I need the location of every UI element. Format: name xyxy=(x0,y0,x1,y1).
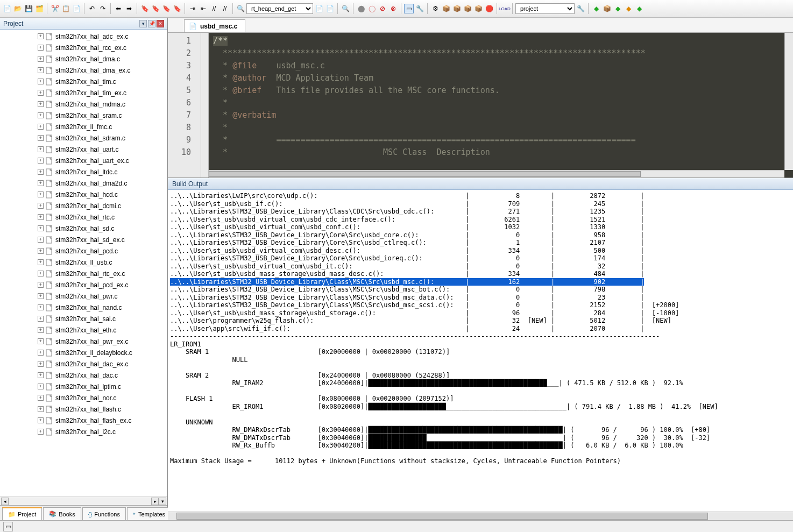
manage-rte-icon[interactable]: ◆ xyxy=(591,4,601,13)
tree-file-item[interactable]: +stm32h7xx_hal_rtc_ex.c xyxy=(0,268,167,279)
bookmark-next-icon[interactable]: 🔖 xyxy=(161,4,171,13)
save-all-icon[interactable]: 🗂️ xyxy=(34,4,44,13)
tree-file-item[interactable]: +stm32h7xx_hal_uart.c xyxy=(0,144,167,155)
breakpoint-kill-icon[interactable]: ⊗ xyxy=(388,4,398,13)
batch-build-icon[interactable]: 📦 xyxy=(463,4,472,13)
expand-icon[interactable]: + xyxy=(38,350,44,356)
tree-file-item[interactable]: +stm32h7xx_hal_adc_ex.c xyxy=(0,31,167,42)
expand-icon[interactable]: + xyxy=(38,327,44,333)
tree-file-item[interactable]: +stm32h7xx_hal_hcd.c xyxy=(0,189,167,200)
tree-file-item[interactable]: +stm32h7xx_hal_tim.c xyxy=(0,76,167,87)
window-icon[interactable]: ▭ xyxy=(404,4,414,13)
close-pane-icon[interactable]: ✕ xyxy=(157,20,164,27)
tree-file-item[interactable]: +stm32h7xx_hal_sai.c xyxy=(0,313,167,324)
tab-books[interactable]: 📚Books xyxy=(43,507,81,520)
expand-icon[interactable]: + xyxy=(38,338,44,344)
tree-hscroll[interactable]: ◂ ▸ ▾ xyxy=(0,496,167,505)
link2-icon[interactable]: ◆ xyxy=(624,4,633,13)
nav-forward-icon[interactable]: ➡ xyxy=(124,4,134,13)
expand-icon[interactable]: + xyxy=(38,417,44,423)
expand-icon[interactable]: + xyxy=(38,282,44,288)
editor-hscrollbar[interactable] xyxy=(209,170,784,178)
status-icon[interactable]: ▭ xyxy=(3,522,13,531)
outdent-icon[interactable]: ⇤ xyxy=(199,4,208,13)
tree-file-item[interactable]: +stm32h7xx_hal_uart_ex.c xyxy=(0,155,167,166)
indent-icon[interactable]: ⇥ xyxy=(188,4,197,13)
tree-file-item[interactable]: +stm32h7xx_hal_rcc_ex.c xyxy=(0,42,167,53)
tree-file-item[interactable]: +stm32h7xx_hal_sram.c xyxy=(0,110,167,121)
expand-icon[interactable]: + xyxy=(38,158,44,164)
tree-file-item[interactable]: +stm32h7xx_hal_dac.c xyxy=(0,370,167,381)
bookmark-toggle-icon[interactable]: 🔖 xyxy=(151,4,160,13)
tree-file-item[interactable]: +stm32h7xx_ll_delayblock.c xyxy=(0,347,167,358)
tree-file-item[interactable]: +stm32h7xx_ll_usb.c xyxy=(0,257,167,268)
redo-icon[interactable]: ↷ xyxy=(98,4,108,13)
tree-file-item[interactable]: +stm32h7xx_hal_pwr_ex.c xyxy=(0,336,167,347)
comment-icon[interactable]: // xyxy=(209,4,219,13)
tree-file-item[interactable]: +stm32h7xx_ll_fmc.c xyxy=(0,121,167,132)
expand-icon[interactable]: + xyxy=(38,90,44,96)
uncomment-icon[interactable]: // xyxy=(220,4,230,13)
expand-icon[interactable]: + xyxy=(38,180,44,186)
breakpoint-disable-icon[interactable]: ⊘ xyxy=(378,4,387,13)
symbol-combo[interactable]: rt_heap_end_get xyxy=(246,3,313,14)
tree-file-item[interactable]: +stm32h7xx_hal_sdram.c xyxy=(0,132,167,144)
expand-icon[interactable]: + xyxy=(38,191,44,197)
expand-icon[interactable]: + xyxy=(38,372,44,378)
copy-icon[interactable]: 📋 xyxy=(61,4,70,13)
expand-icon[interactable]: + xyxy=(38,304,44,310)
tree-file-item[interactable]: +stm32h7xx_hal_pcd_ex.c xyxy=(0,279,167,290)
tree-file-item[interactable]: +stm32h7xx_hal_pcd.c xyxy=(0,245,167,257)
tree-file-item[interactable]: +stm32h7xx_hal_rtc.c xyxy=(0,211,167,223)
nav-back-icon[interactable]: ⬅ xyxy=(114,4,123,13)
expand-icon[interactable]: + xyxy=(38,293,44,299)
expand-icon[interactable]: + xyxy=(38,135,44,141)
build-output-body[interactable]: ..\..\Libraries\LwIP\src\core\udp.c(): |… xyxy=(168,190,793,512)
expand-icon[interactable]: + xyxy=(38,101,44,107)
scroll-menu-icon[interactable]: ▾ xyxy=(159,498,166,505)
expand-icon[interactable]: + xyxy=(38,45,44,51)
build-icon[interactable]: ⚙ xyxy=(430,4,440,13)
download-icon[interactable]: LOAD xyxy=(500,4,509,13)
cut-icon[interactable]: ✂️ xyxy=(50,4,60,13)
expand-icon[interactable]: + xyxy=(38,395,44,401)
options-icon[interactable]: 🔧 xyxy=(576,4,585,13)
build-row-highlighted[interactable]: ..\..\Libraries\STM32_USB_Device_Library… xyxy=(170,278,644,286)
link3-icon[interactable]: ◆ xyxy=(634,4,644,13)
target-combo[interactable]: project xyxy=(515,3,575,14)
translate-icon[interactable]: 📦 xyxy=(473,4,483,13)
breakpoint2-icon[interactable]: ◯ xyxy=(367,4,377,13)
tab-project[interactable]: 📁Project xyxy=(2,507,42,520)
expand-icon[interactable]: + xyxy=(38,112,44,118)
tree-file-item[interactable]: +stm32h7xx_hal_flash_ex.c xyxy=(0,415,167,426)
expand-icon[interactable]: + xyxy=(38,33,44,39)
tree-file-item[interactable]: +stm32h7xx_hal_nand.c xyxy=(0,302,167,313)
tree-file-item[interactable]: +stm32h7xx_hal_eth.c xyxy=(0,324,167,336)
tree-file-item[interactable]: +stm32h7xx_hal_tim_ex.c xyxy=(0,87,167,98)
build-hscrollbar[interactable] xyxy=(168,512,793,520)
find-in-files-icon[interactable]: 🔍 xyxy=(236,4,245,13)
expand-icon[interactable]: + xyxy=(38,316,44,322)
new-file-icon[interactable]: 📄 xyxy=(2,4,12,13)
build-target-icon[interactable]: 📦 xyxy=(441,4,451,13)
tab-functions[interactable]: {}Functions xyxy=(82,507,126,520)
expand-icon[interactable]: + xyxy=(38,384,44,389)
expand-icon[interactable]: + xyxy=(38,406,44,412)
pin-icon[interactable]: ▾ xyxy=(139,20,147,27)
tree-file-item[interactable]: +stm32h7xx_hal_lptim.c xyxy=(0,381,167,392)
tree-file-item[interactable]: +stm32h7xx_hal_dma.c xyxy=(0,53,167,65)
expand-icon[interactable]: + xyxy=(38,203,44,209)
rebuild-icon[interactable]: 📦 xyxy=(452,4,462,13)
save-icon[interactable]: 💾 xyxy=(24,4,33,13)
tree-file-item[interactable]: +stm32h7xx_hal_sd_ex.c xyxy=(0,234,167,245)
expand-icon[interactable]: + xyxy=(38,429,44,435)
expand-icon[interactable]: + xyxy=(38,361,44,367)
goto2-icon[interactable]: 📄 xyxy=(325,4,335,13)
pack-installer-icon[interactable]: 📦 xyxy=(602,4,612,13)
expand-icon[interactable]: + xyxy=(38,271,44,276)
expand-icon[interactable]: + xyxy=(38,146,44,152)
tree-file-item[interactable]: +stm32h7xx_hal_dma2d.c xyxy=(0,178,167,189)
tree-file-item[interactable]: +stm32h7xx_hal_nor.c xyxy=(0,392,167,403)
expand-icon[interactable]: + xyxy=(38,237,44,243)
autohide-icon[interactable]: 📌 xyxy=(148,20,155,27)
